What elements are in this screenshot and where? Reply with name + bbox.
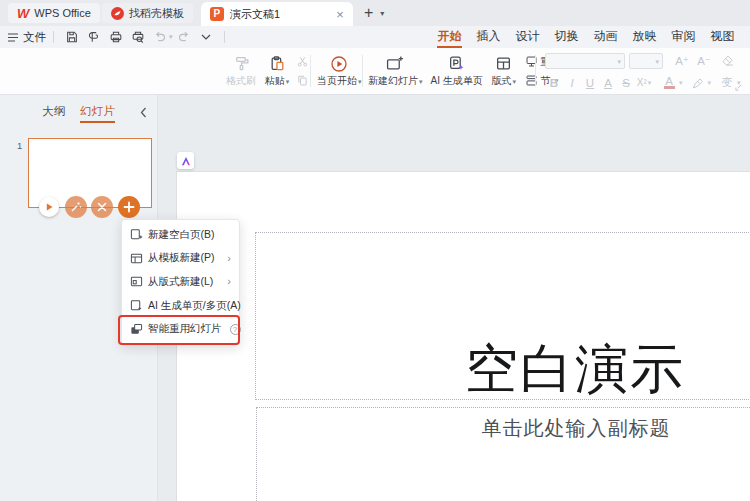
ai-generate-icon [448,54,465,73]
new-slide-label: 新建幻灯片 [368,75,418,86]
menu-item-new-from-template[interactable]: 从模板新建(P) › [122,247,239,271]
menu-item-new-blank-page[interactable]: 新建空白页(B) [122,223,239,247]
smart-reuse-icon [130,323,143,336]
character-border-button[interactable]: A [599,74,617,91]
decrease-font-button[interactable]: A⁻ [695,52,713,69]
underline-button[interactable]: U [581,74,599,91]
menu-item-smart-reuse-slides[interactable]: 智能重用幻灯片 ? [122,317,239,341]
undo-chevron-icon[interactable]: ▾ [169,33,173,41]
new-blank-page-icon [130,228,143,241]
editing-canvas[interactable]: 空白演示 单击此处输入副标题 [158,95,750,501]
divider [362,55,363,87]
tab-insert[interactable]: 插入 [469,26,508,48]
copy-icon[interactable] [296,73,309,89]
layout-chevron-icon: ▾ [512,78,516,85]
wps-office-label: WPS Office [34,7,91,19]
superscript-button[interactable]: X²▾ [635,74,653,91]
font-color-button[interactable]: A [660,74,678,91]
layout-button[interactable]: 版式▾ [487,49,521,93]
tools-icon [96,201,108,213]
cut-icon[interactable] [296,54,309,70]
clear-format-button[interactable] [719,52,737,69]
subtitle-prompt-text: 单击此处输入副标题 [482,408,671,442]
wps-logo-icon: W [17,7,29,20]
eraser-icon [722,55,735,67]
play-from-current-button[interactable]: 当页开始▾ [313,49,366,93]
new-slide-button[interactable]: 新建幻灯片▾ [364,49,427,93]
font-group-expander-icon[interactable] [735,84,742,91]
highlight-chevron-icon[interactable]: ▾ [708,79,712,87]
highlight-button[interactable] [689,74,707,91]
submenu-chevron-icon: › [227,276,231,287]
subtitle-placeholder[interactable]: 单击此处输入副标题 [256,407,750,501]
tools-button[interactable] [91,196,113,218]
paste-button[interactable]: 粘贴▾ [260,49,294,93]
add-slide-button[interactable] [118,196,140,218]
tab-view[interactable]: 视图 [703,26,742,48]
slide-number: 1 [17,140,22,151]
tab-animation[interactable]: 动画 [586,26,625,48]
text-effects-button[interactable]: 变 [718,74,736,91]
new-tab-button[interactable]: + [364,5,373,21]
menu-item-new-from-layout[interactable]: 从版式新建(L) › [122,270,239,294]
help-icon[interactable]: ? [230,324,241,335]
font-family-chevron-icon: ▾ [617,58,621,66]
layout-icon [495,54,512,73]
divider [310,55,311,87]
tab-slideshow[interactable]: 放映 [625,26,664,48]
font-size-chevron-icon: ▾ [655,58,659,66]
new-slide-chevron-icon: ▾ [419,78,423,85]
wps-ai-button[interactable] [177,152,194,169]
increase-font-button[interactable]: A⁺ [673,52,691,69]
font-size-select[interactable]: ▾ [629,53,663,69]
bold-button[interactable]: B [545,74,563,91]
tab-list-chevron-icon[interactable]: ▾ [380,9,384,18]
redo-icon[interactable] [175,29,192,45]
document-tab-active[interactable]: P 演示文稿1 × [201,2,353,26]
ribbon-toolbar: 格式刷 粘贴▾ 当页开始▾ [0,48,750,95]
tab-home[interactable]: 开始 [430,26,469,48]
format-painter-button[interactable]: 格式刷 [222,49,260,93]
divider [53,31,54,43]
docer-template-tab[interactable]: 找稻壳模板 [102,3,193,23]
template-icon [130,252,143,265]
title-placeholder[interactable]: 空白演示 [255,232,750,400]
paste-icon [269,54,286,73]
paste-chevron-icon: ▾ [286,78,290,85]
tab-review[interactable]: 审阅 [664,26,703,48]
format-painter-label: 格式刷 [226,74,256,88]
print-icon[interactable] [108,29,125,45]
strikethrough-button[interactable]: S [617,74,635,91]
italic-button[interactable]: I [563,74,581,91]
font-family-select[interactable]: ▾ [545,53,625,69]
file-menu-button[interactable]: 文件 [8,30,46,45]
close-tab-icon[interactable]: × [336,8,344,21]
document-tab-label: 演示文稿1 [230,7,280,22]
highlight-pen-icon [691,77,704,89]
play-slide-button[interactable] [39,197,59,217]
ai-generate-menu-icon [130,299,143,312]
tab-design[interactable]: 设计 [508,26,547,48]
save-icon[interactable] [64,29,81,45]
ai-generate-page-button[interactable]: AI 生成单页 [427,49,487,93]
file-menu-label: 文件 [23,30,46,45]
wps-office-tab[interactable]: W WPS Office [8,3,100,23]
print-preview-icon[interactable] [130,29,147,45]
export-pdf-icon[interactable] [86,29,103,45]
slide-canvas[interactable]: 空白演示 单击此处输入副标题 [177,172,750,501]
tab-transition[interactable]: 切换 [547,26,586,48]
font-color-chevron-icon[interactable]: ▾ [679,79,683,87]
beautify-button[interactable] [65,196,87,218]
magic-wand-icon [70,201,82,213]
wps-ai-logo-icon [180,155,192,167]
slide-thumbnail[interactable] [28,138,152,208]
slides-tab[interactable]: 幻灯片 [80,104,115,123]
divider [535,55,536,87]
plus-icon [123,201,135,213]
quickbar-chevron-icon[interactable] [197,29,214,45]
menu-item-label: 从版式新建(L) [148,275,213,289]
menu-item-ai-generate[interactable]: AI 生成单页/多页(A) [122,294,239,318]
outline-tab[interactable]: 大纲 [42,104,65,123]
undo-icon[interactable] [152,29,169,45]
collapse-panel-icon[interactable] [140,107,147,118]
